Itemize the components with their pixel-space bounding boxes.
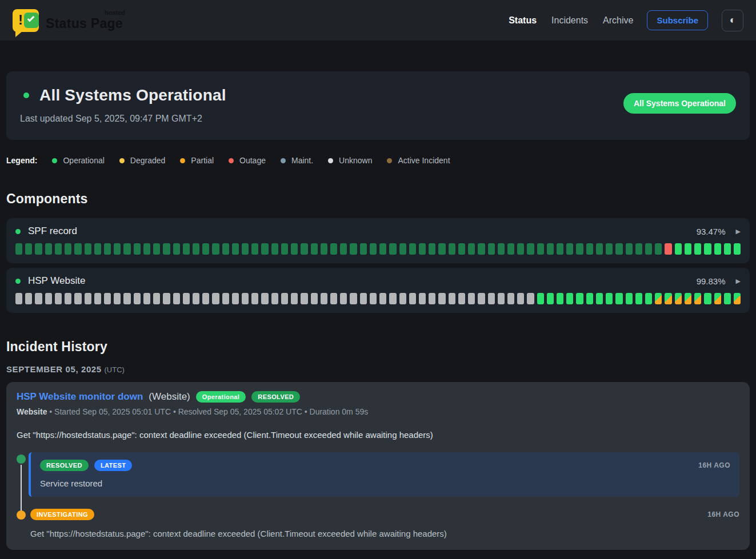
uptime-bar[interactable] xyxy=(330,243,337,255)
uptime-bar[interactable] xyxy=(429,243,435,255)
uptime-bar[interactable] xyxy=(507,243,514,255)
uptime-bar[interactable] xyxy=(183,243,190,255)
uptime-bar[interactable] xyxy=(714,243,721,255)
uptime-bar[interactable] xyxy=(94,243,101,255)
uptime-bar[interactable] xyxy=(242,293,249,304)
theme-toggle-button[interactable]: ◐ xyxy=(722,10,743,31)
uptime-bar[interactable] xyxy=(25,293,32,304)
uptime-bar[interactable] xyxy=(222,293,229,304)
uptime-bar[interactable] xyxy=(655,243,662,255)
uptime-bar[interactable] xyxy=(704,243,711,255)
uptime-bar[interactable] xyxy=(45,293,52,304)
uptime-bar[interactable] xyxy=(734,243,741,255)
uptime-bar[interactable] xyxy=(498,293,505,304)
uptime-bar[interactable] xyxy=(65,293,71,304)
uptime-bar[interactable] xyxy=(104,293,111,304)
incident-title-link[interactable]: HSP Website monitor down xyxy=(17,391,143,403)
uptime-bar[interactable] xyxy=(478,293,485,304)
uptime-bar[interactable] xyxy=(419,243,426,255)
uptime-bar[interactable] xyxy=(438,293,445,304)
nav-archive[interactable]: Archive xyxy=(603,15,633,26)
uptime-bar[interactable] xyxy=(173,243,180,255)
uptime-bar[interactable] xyxy=(665,293,671,304)
uptime-bar[interactable] xyxy=(330,293,337,304)
uptime-bar[interactable] xyxy=(261,293,268,304)
uptime-bar[interactable] xyxy=(222,243,229,255)
uptime-bar[interactable] xyxy=(360,293,367,304)
uptime-bar[interactable] xyxy=(163,293,170,304)
uptime-bar[interactable] xyxy=(429,293,435,304)
uptime-bar[interactable] xyxy=(301,243,307,255)
uptime-bar[interactable] xyxy=(379,293,386,304)
uptime-bar[interactable] xyxy=(389,293,396,304)
uptime-bar[interactable] xyxy=(321,293,327,304)
uptime-bar[interactable] xyxy=(183,293,190,304)
uptime-bar[interactable] xyxy=(458,243,465,255)
uptime-bar[interactable] xyxy=(645,243,652,255)
uptime-bar[interactable] xyxy=(449,243,455,255)
uptime-bar[interactable] xyxy=(606,293,613,304)
uptime-bar[interactable] xyxy=(340,293,347,304)
uptime-bar[interactable] xyxy=(134,243,141,255)
uptime-bar[interactable] xyxy=(104,243,111,255)
component-card-spf-record[interactable]: SPF record 93.47% ▶ xyxy=(6,218,750,263)
uptime-bar[interactable] xyxy=(212,243,219,255)
uptime-bar[interactable] xyxy=(517,293,524,304)
uptime-bar[interactable] xyxy=(85,293,91,304)
uptime-bar[interactable] xyxy=(281,293,288,304)
uptime-bar[interactable] xyxy=(527,293,534,304)
uptime-bar[interactable] xyxy=(311,293,318,304)
uptime-bar[interactable] xyxy=(123,293,130,304)
uptime-bar[interactable] xyxy=(193,293,199,304)
uptime-bar[interactable] xyxy=(85,243,91,255)
uptime-bar[interactable] xyxy=(458,293,465,304)
uptime-bar[interactable] xyxy=(409,243,416,255)
uptime-bar[interactable] xyxy=(389,243,396,255)
uptime-bar[interactable] xyxy=(714,293,721,304)
uptime-bar[interactable] xyxy=(153,243,160,255)
uptime-bar[interactable] xyxy=(527,243,534,255)
uptime-bar[interactable] xyxy=(498,243,505,255)
uptime-bar[interactable] xyxy=(173,293,180,304)
uptime-bar[interactable] xyxy=(311,243,318,255)
uptime-bar[interactable] xyxy=(537,243,544,255)
uptime-bar[interactable] xyxy=(74,293,81,304)
uptime-bar[interactable] xyxy=(281,243,288,255)
uptime-bar[interactable] xyxy=(291,293,298,304)
uptime-bar[interactable] xyxy=(557,293,563,304)
uptime-bar[interactable] xyxy=(615,243,622,255)
uptime-bar[interactable] xyxy=(596,293,603,304)
uptime-bar[interactable] xyxy=(261,243,268,255)
uptime-bar[interactable] xyxy=(74,243,81,255)
uptime-bar[interactable] xyxy=(94,293,101,304)
uptime-bar[interactable] xyxy=(645,293,652,304)
uptime-bar[interactable] xyxy=(370,293,377,304)
uptime-bar[interactable] xyxy=(379,243,386,255)
uptime-bar[interactable] xyxy=(675,293,682,304)
uptime-bar[interactable] xyxy=(114,293,121,304)
uptime-bar[interactable] xyxy=(438,243,445,255)
uptime-bar[interactable] xyxy=(35,243,42,255)
uptime-bar[interactable] xyxy=(202,243,209,255)
uptime-bar[interactable] xyxy=(370,243,377,255)
uptime-bar[interactable] xyxy=(665,243,671,255)
uptime-bar[interactable] xyxy=(468,243,475,255)
uptime-bar[interactable] xyxy=(537,293,544,304)
uptime-bar[interactable] xyxy=(694,243,701,255)
subscribe-button[interactable]: Subscribe xyxy=(647,10,708,30)
uptime-bar[interactable] xyxy=(606,243,613,255)
uptime-bar[interactable] xyxy=(114,243,121,255)
uptime-bar[interactable] xyxy=(557,243,563,255)
uptime-bar[interactable] xyxy=(566,293,573,304)
uptime-bar[interactable] xyxy=(360,243,367,255)
uptime-bar[interactable] xyxy=(694,293,701,304)
uptime-bar[interactable] xyxy=(271,243,278,255)
uptime-bar[interactable] xyxy=(35,293,42,304)
uptime-bar[interactable] xyxy=(507,293,514,304)
uptime-bar[interactable] xyxy=(734,293,741,304)
uptime-bar[interactable] xyxy=(566,243,573,255)
uptime-bar[interactable] xyxy=(242,243,249,255)
uptime-bar[interactable] xyxy=(704,293,711,304)
uptime-bar[interactable] xyxy=(271,293,278,304)
uptime-bar[interactable] xyxy=(576,293,583,304)
